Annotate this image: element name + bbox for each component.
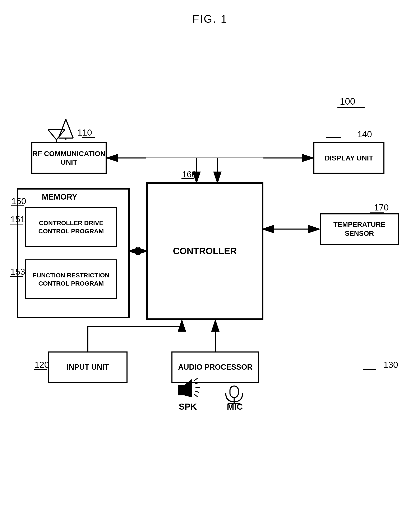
svg-line-1 [66, 119, 73, 138]
box-audio-processor: AUDIO PROCESSOR [172, 351, 259, 383]
ref-100: 100 [340, 96, 355, 107]
temperature-sensor-label: TEMPERATURE SENSOR [333, 220, 385, 238]
audio-processor-label: AUDIO PROCESSOR [178, 363, 253, 372]
ref-140: 140 [357, 129, 372, 139]
input-unit-label: INPUT UNIT [67, 363, 109, 372]
fig-title: FIG. 1 [192, 13, 227, 25]
svg-line-27 [195, 391, 199, 392]
svg-line-28 [194, 394, 198, 397]
svg-rect-22 [178, 385, 184, 396]
ref-160: 160 [182, 169, 196, 180]
svg-line-0 [59, 119, 66, 138]
diagram-container: FIG. 1 100 RF COMMUNICATION UNIT 110 DIS… [0, 0, 420, 518]
box-function-restriction-program: FUNCTION RESTRICTION CONTROL PROGRAM [25, 259, 117, 299]
box-rf-communication: RF COMMUNICATION UNIT [31, 142, 107, 174]
controller-label: CONTROLLER [173, 246, 237, 256]
svg-line-6 [48, 130, 56, 140]
ref-120: 120 [35, 360, 49, 370]
ref-130: 130 [383, 360, 398, 370]
svg-rect-29 [230, 386, 238, 397]
box-display-unit: DISPLAY UNIT [313, 142, 384, 174]
memory-label: MEMORY [42, 192, 77, 201]
box-controller: CONTROLLER [146, 182, 263, 320]
frcp-label: FUNCTION RESTRICTION CONTROL PROGRAM [33, 271, 110, 288]
box-temperature-sensor: TEMPERATURE SENSOR [320, 213, 399, 245]
box-controller-drive-program: CONTROLLER DRIVE CONTROL PROGRAM [25, 207, 117, 247]
mic-label: MIC [227, 402, 243, 412]
cdcp-label: CONTROLLER DRIVE CONTROL PROGRAM [38, 219, 104, 235]
display-unit-label: DISPLAY UNIT [325, 154, 373, 162]
antenna-icon [56, 117, 75, 141]
ref-153: 153 [10, 267, 25, 277]
spk-label: SPK [179, 402, 197, 412]
ref-151: 151 [10, 214, 25, 224]
ref-110: 110 [77, 128, 92, 138]
rf-communication-label: RF COMMUNICATION UNIT [33, 149, 105, 167]
ref-170: 170 [374, 203, 389, 213]
box-input-unit: INPUT UNIT [48, 351, 128, 383]
ref-100-underline [338, 107, 365, 108]
ref-150: 150 [12, 196, 26, 206]
